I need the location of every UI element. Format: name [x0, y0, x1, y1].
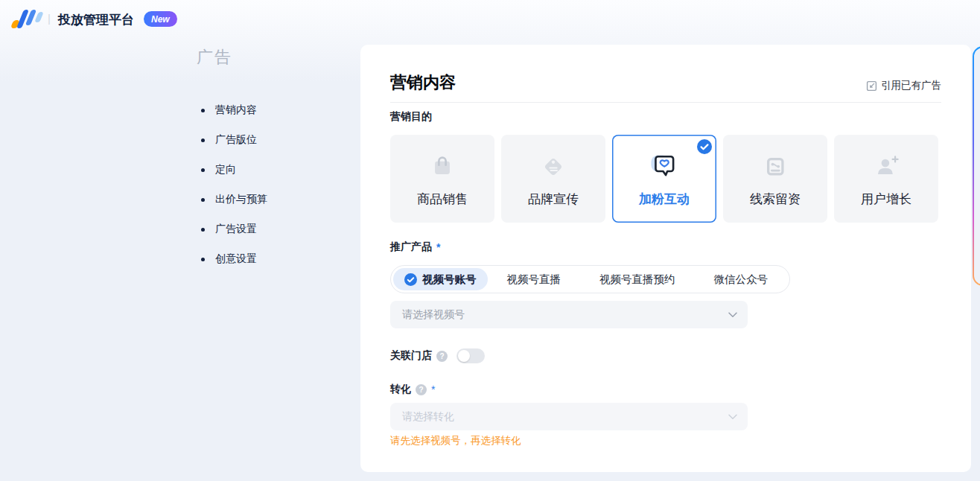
product-tab-group: 视频号账号 视频号直播 视频号直播预约 微信公众号: [390, 265, 790, 293]
conversion-label: 转化: [390, 383, 411, 396]
sidebar-item-label: 广告设置: [215, 223, 257, 236]
top-bar: | 投放管理平台 New: [0, 0, 980, 39]
shopping-bag-icon: [426, 150, 459, 183]
page-title: 营销内容: [390, 71, 456, 94]
conversion-warning-text: 请先选择视频号，再选择转化: [390, 434, 521, 447]
tab-live-reservation[interactable]: 视频号直播预约: [580, 268, 695, 290]
edge-gradient-card: [973, 46, 980, 286]
sidebar-list: 营销内容 广告版位 定向 出价与预算 广告设置 创意设置: [197, 95, 346, 274]
sidebar-item-label: 出价与预算: [215, 193, 267, 206]
sidebar-item-ad-placement[interactable]: 广告版位: [197, 125, 346, 155]
chat-heart-icon: [648, 150, 681, 183]
required-asterisk: *: [431, 383, 435, 395]
tab-wechat-official[interactable]: 微信公众号: [695, 268, 788, 290]
tab-label: 视频号直播: [507, 273, 561, 285]
chevron-down-icon: [728, 312, 737, 318]
card-label: 用户增长: [861, 191, 911, 208]
bullet-icon: [201, 198, 205, 202]
chevron-down-icon: [728, 414, 737, 420]
brand-logo-icon: [10, 7, 45, 31]
tab-channels-live[interactable]: 视频号直播: [488, 268, 581, 290]
card-label: 线索留资: [750, 191, 801, 208]
select-placeholder: 请选择视频号: [402, 308, 728, 322]
store-row: 关联门店 ?: [390, 348, 485, 363]
sidebar-item-marketing-content[interactable]: 营销内容: [197, 95, 346, 125]
card-user-growth[interactable]: 用户增长: [834, 135, 938, 223]
lead-form-icon: [759, 150, 792, 183]
selected-check-icon: [697, 139, 712, 154]
required-asterisk: *: [436, 241, 440, 253]
card-label: 加粉互动: [639, 191, 690, 208]
store-toggle[interactable]: [456, 348, 485, 363]
edge-gradient-card-inner: [974, 48, 980, 284]
divider: [390, 102, 941, 103]
tab-label: 微信公众号: [714, 273, 769, 285]
store-label: 关联门店: [390, 349, 432, 363]
card-lead-gen[interactable]: 线索留资: [723, 135, 827, 223]
reference-link-label: 引用已有广告: [881, 79, 941, 92]
bullet-icon: [201, 258, 205, 261]
card-fan-interaction[interactable]: 加粉互动: [612, 135, 716, 223]
reference-edit-icon: [866, 80, 877, 92]
conversion-label-row: 转化 ? *: [390, 383, 435, 396]
sidebar-title: 广告: [197, 46, 346, 69]
card-brand-promo[interactable]: 品牌宣传: [501, 135, 605, 223]
marketing-content-panel: 营销内容 引用已有广告 营销目的 商品销售 品牌宣: [360, 45, 971, 472]
card-label: 品牌宣传: [528, 191, 579, 208]
sidebar-item-targeting[interactable]: 定向: [197, 155, 346, 185]
card-label: 商品销售: [417, 191, 468, 208]
channels-account-select[interactable]: 请选择视频号: [390, 301, 748, 328]
bullet-icon: [201, 138, 205, 142]
toggle-knob: [458, 350, 470, 362]
new-badge: New: [144, 11, 177, 27]
logo-separator: |: [48, 12, 51, 25]
sidebar-item-bid-budget[interactable]: 出价与预算: [197, 185, 346, 214]
sidebar-item-label: 营销内容: [215, 103, 257, 117]
tab-label: 视频号账号: [422, 268, 477, 290]
select-placeholder: 请选择转化: [402, 410, 728, 424]
card-product-sales[interactable]: 商品销售: [390, 135, 494, 223]
app-title: 投放管理平台: [58, 11, 134, 28]
help-icon[interactable]: ?: [416, 384, 427, 395]
bullet-icon: [201, 168, 205, 172]
sidebar-item-ad-settings[interactable]: 广告设置: [197, 214, 346, 244]
help-icon[interactable]: ?: [436, 351, 448, 362]
purpose-card-group: 商品销售 品牌宣传: [390, 135, 938, 223]
reference-existing-ad-link[interactable]: 引用已有广告: [866, 79, 941, 92]
bullet-icon: [201, 109, 205, 112]
user-plus-icon: [870, 150, 903, 183]
tab-channels-account[interactable]: 视频号账号: [393, 268, 488, 290]
step-sidebar: 广告 营销内容 广告版位 定向 出价与预算 广告设置 创意设置: [197, 46, 346, 274]
sidebar-item-label: 创意设置: [215, 252, 257, 266]
product-section-label: 推广产品 *: [390, 241, 440, 254]
sidebar-item-label: 定向: [215, 163, 236, 176]
purpose-section-label: 营销目的: [390, 110, 432, 124]
sidebar-item-label: 广告版位: [215, 133, 257, 147]
tab-label: 视频号直播预约: [599, 273, 675, 285]
price-tag-icon: [537, 150, 570, 183]
conversion-select[interactable]: 请选择转化: [390, 403, 748, 430]
sidebar-item-creative-settings[interactable]: 创意设置: [197, 244, 346, 274]
bullet-icon: [201, 228, 205, 232]
tab-check-icon: [404, 273, 417, 286]
product-label-text: 推广产品: [390, 241, 432, 254]
